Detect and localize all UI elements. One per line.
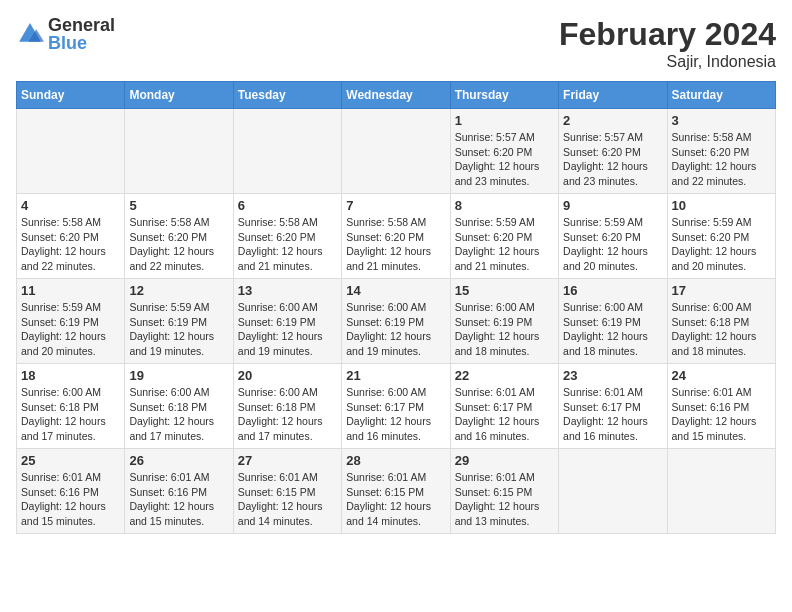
day-info: Sunrise: 5:58 AMSunset: 6:20 PMDaylight:… bbox=[346, 215, 445, 274]
day-info: Sunrise: 5:57 AMSunset: 6:20 PMDaylight:… bbox=[563, 130, 662, 189]
day-info: Sunrise: 5:58 AMSunset: 6:20 PMDaylight:… bbox=[238, 215, 337, 274]
day-info: Sunrise: 5:58 AMSunset: 6:20 PMDaylight:… bbox=[672, 130, 771, 189]
calendar-cell: 25Sunrise: 6:01 AMSunset: 6:16 PMDayligh… bbox=[17, 449, 125, 534]
calendar-table: SundayMondayTuesdayWednesdayThursdayFrid… bbox=[16, 81, 776, 534]
day-number: 12 bbox=[129, 283, 228, 298]
calendar-cell: 5Sunrise: 5:58 AMSunset: 6:20 PMDaylight… bbox=[125, 194, 233, 279]
calendar-cell: 20Sunrise: 6:00 AMSunset: 6:18 PMDayligh… bbox=[233, 364, 341, 449]
calendar-cell: 26Sunrise: 6:01 AMSunset: 6:16 PMDayligh… bbox=[125, 449, 233, 534]
day-number: 15 bbox=[455, 283, 554, 298]
logo-icon bbox=[16, 20, 44, 48]
calendar-cell: 21Sunrise: 6:00 AMSunset: 6:17 PMDayligh… bbox=[342, 364, 450, 449]
weekday-header-sunday: Sunday bbox=[17, 82, 125, 109]
day-info: Sunrise: 6:00 AMSunset: 6:19 PMDaylight:… bbox=[346, 300, 445, 359]
day-info: Sunrise: 6:01 AMSunset: 6:17 PMDaylight:… bbox=[563, 385, 662, 444]
weekday-header-wednesday: Wednesday bbox=[342, 82, 450, 109]
day-number: 28 bbox=[346, 453, 445, 468]
weekday-header-saturday: Saturday bbox=[667, 82, 775, 109]
day-info: Sunrise: 5:57 AMSunset: 6:20 PMDaylight:… bbox=[455, 130, 554, 189]
calendar-cell: 27Sunrise: 6:01 AMSunset: 6:15 PMDayligh… bbox=[233, 449, 341, 534]
calendar-header-row: SundayMondayTuesdayWednesdayThursdayFrid… bbox=[17, 82, 776, 109]
calendar-cell: 18Sunrise: 6:00 AMSunset: 6:18 PMDayligh… bbox=[17, 364, 125, 449]
calendar-week-row: 25Sunrise: 6:01 AMSunset: 6:16 PMDayligh… bbox=[17, 449, 776, 534]
calendar-cell: 28Sunrise: 6:01 AMSunset: 6:15 PMDayligh… bbox=[342, 449, 450, 534]
calendar-cell bbox=[559, 449, 667, 534]
day-info: Sunrise: 6:00 AMSunset: 6:19 PMDaylight:… bbox=[238, 300, 337, 359]
calendar-cell: 12Sunrise: 5:59 AMSunset: 6:19 PMDayligh… bbox=[125, 279, 233, 364]
day-info: Sunrise: 6:01 AMSunset: 6:15 PMDaylight:… bbox=[346, 470, 445, 529]
day-number: 18 bbox=[21, 368, 120, 383]
calendar-cell: 15Sunrise: 6:00 AMSunset: 6:19 PMDayligh… bbox=[450, 279, 558, 364]
day-number: 25 bbox=[21, 453, 120, 468]
calendar-cell: 23Sunrise: 6:01 AMSunset: 6:17 PMDayligh… bbox=[559, 364, 667, 449]
calendar-cell bbox=[17, 109, 125, 194]
day-info: Sunrise: 6:00 AMSunset: 6:17 PMDaylight:… bbox=[346, 385, 445, 444]
calendar-cell: 3Sunrise: 5:58 AMSunset: 6:20 PMDaylight… bbox=[667, 109, 775, 194]
day-info: Sunrise: 6:01 AMSunset: 6:16 PMDaylight:… bbox=[672, 385, 771, 444]
calendar-cell bbox=[667, 449, 775, 534]
day-number: 22 bbox=[455, 368, 554, 383]
logo-line1: General bbox=[48, 16, 115, 34]
day-info: Sunrise: 5:59 AMSunset: 6:19 PMDaylight:… bbox=[129, 300, 228, 359]
day-number: 7 bbox=[346, 198, 445, 213]
day-number: 8 bbox=[455, 198, 554, 213]
day-number: 24 bbox=[672, 368, 771, 383]
weekday-header-thursday: Thursday bbox=[450, 82, 558, 109]
page-header: General Blue February 2024 Sajir, Indone… bbox=[16, 16, 776, 71]
calendar-cell: 10Sunrise: 5:59 AMSunset: 6:20 PMDayligh… bbox=[667, 194, 775, 279]
calendar-cell: 13Sunrise: 6:00 AMSunset: 6:19 PMDayligh… bbox=[233, 279, 341, 364]
day-info: Sunrise: 5:59 AMSunset: 6:20 PMDaylight:… bbox=[672, 215, 771, 274]
day-info: Sunrise: 6:01 AMSunset: 6:15 PMDaylight:… bbox=[455, 470, 554, 529]
day-number: 29 bbox=[455, 453, 554, 468]
calendar-week-row: 18Sunrise: 6:00 AMSunset: 6:18 PMDayligh… bbox=[17, 364, 776, 449]
calendar-cell bbox=[342, 109, 450, 194]
day-info: Sunrise: 5:59 AMSunset: 6:20 PMDaylight:… bbox=[455, 215, 554, 274]
day-number: 23 bbox=[563, 368, 662, 383]
day-number: 17 bbox=[672, 283, 771, 298]
day-number: 19 bbox=[129, 368, 228, 383]
day-number: 3 bbox=[672, 113, 771, 128]
day-number: 26 bbox=[129, 453, 228, 468]
calendar-cell: 7Sunrise: 5:58 AMSunset: 6:20 PMDaylight… bbox=[342, 194, 450, 279]
calendar-cell: 8Sunrise: 5:59 AMSunset: 6:20 PMDaylight… bbox=[450, 194, 558, 279]
logo-line2: Blue bbox=[48, 34, 115, 52]
day-number: 13 bbox=[238, 283, 337, 298]
day-number: 1 bbox=[455, 113, 554, 128]
calendar-cell: 2Sunrise: 5:57 AMSunset: 6:20 PMDaylight… bbox=[559, 109, 667, 194]
day-info: Sunrise: 5:59 AMSunset: 6:20 PMDaylight:… bbox=[563, 215, 662, 274]
day-info: Sunrise: 6:01 AMSunset: 6:16 PMDaylight:… bbox=[21, 470, 120, 529]
day-info: Sunrise: 6:01 AMSunset: 6:17 PMDaylight:… bbox=[455, 385, 554, 444]
day-number: 27 bbox=[238, 453, 337, 468]
day-number: 16 bbox=[563, 283, 662, 298]
day-info: Sunrise: 6:01 AMSunset: 6:15 PMDaylight:… bbox=[238, 470, 337, 529]
day-info: Sunrise: 6:00 AMSunset: 6:18 PMDaylight:… bbox=[129, 385, 228, 444]
day-info: Sunrise: 5:59 AMSunset: 6:19 PMDaylight:… bbox=[21, 300, 120, 359]
calendar-cell bbox=[125, 109, 233, 194]
day-number: 9 bbox=[563, 198, 662, 213]
day-number: 10 bbox=[672, 198, 771, 213]
day-number: 11 bbox=[21, 283, 120, 298]
calendar-week-row: 11Sunrise: 5:59 AMSunset: 6:19 PMDayligh… bbox=[17, 279, 776, 364]
calendar-week-row: 1Sunrise: 5:57 AMSunset: 6:20 PMDaylight… bbox=[17, 109, 776, 194]
calendar-cell: 16Sunrise: 6:00 AMSunset: 6:19 PMDayligh… bbox=[559, 279, 667, 364]
weekday-header-tuesday: Tuesday bbox=[233, 82, 341, 109]
calendar-cell: 4Sunrise: 5:58 AMSunset: 6:20 PMDaylight… bbox=[17, 194, 125, 279]
calendar-cell: 9Sunrise: 5:59 AMSunset: 6:20 PMDaylight… bbox=[559, 194, 667, 279]
day-number: 21 bbox=[346, 368, 445, 383]
calendar-cell: 14Sunrise: 6:00 AMSunset: 6:19 PMDayligh… bbox=[342, 279, 450, 364]
day-number: 20 bbox=[238, 368, 337, 383]
day-info: Sunrise: 5:58 AMSunset: 6:20 PMDaylight:… bbox=[21, 215, 120, 274]
day-info: Sunrise: 5:58 AMSunset: 6:20 PMDaylight:… bbox=[129, 215, 228, 274]
weekday-header-friday: Friday bbox=[559, 82, 667, 109]
logo: General Blue bbox=[16, 16, 115, 52]
day-info: Sunrise: 6:01 AMSunset: 6:16 PMDaylight:… bbox=[129, 470, 228, 529]
calendar-cell: 22Sunrise: 6:01 AMSunset: 6:17 PMDayligh… bbox=[450, 364, 558, 449]
day-info: Sunrise: 6:00 AMSunset: 6:18 PMDaylight:… bbox=[238, 385, 337, 444]
day-info: Sunrise: 6:00 AMSunset: 6:19 PMDaylight:… bbox=[455, 300, 554, 359]
title-area: February 2024 Sajir, Indonesia bbox=[559, 16, 776, 71]
weekday-header-monday: Monday bbox=[125, 82, 233, 109]
page-subtitle: Sajir, Indonesia bbox=[559, 53, 776, 71]
calendar-cell: 19Sunrise: 6:00 AMSunset: 6:18 PMDayligh… bbox=[125, 364, 233, 449]
calendar-cell: 24Sunrise: 6:01 AMSunset: 6:16 PMDayligh… bbox=[667, 364, 775, 449]
calendar-cell: 6Sunrise: 5:58 AMSunset: 6:20 PMDaylight… bbox=[233, 194, 341, 279]
